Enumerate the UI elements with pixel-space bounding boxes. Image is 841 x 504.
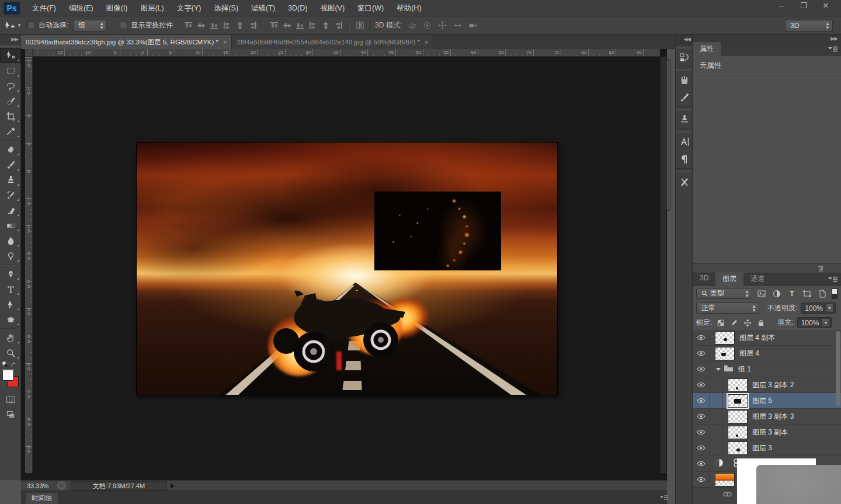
close-button[interactable]: ✕ [819, 1, 833, 10]
show-transform-checkbox[interactable] [120, 22, 127, 29]
layer-name[interactable]: 图层 4 [739, 349, 759, 359]
lock-pixels-icon[interactable] [729, 318, 739, 328]
dock-group-grip[interactable] [676, 168, 692, 173]
filter-smart-objects-icon[interactable] [816, 289, 828, 299]
eyedropper-tool[interactable] [0, 124, 21, 139]
shape-tool[interactable] [0, 312, 21, 327]
foreground-color-swatch[interactable] [2, 370, 13, 381]
3d-camera-icon[interactable] [466, 20, 479, 32]
layer-row-图层 5[interactable]: 图层 5 [693, 393, 841, 409]
3d-roll-icon[interactable] [420, 20, 433, 32]
paragraph-panel-icon[interactable] [676, 151, 693, 168]
distribute-left-icon[interactable] [306, 20, 319, 32]
auto-align-layers-icon[interactable] [353, 20, 366, 32]
menu-7[interactable]: 滤镜(T) [245, 0, 282, 16]
3d-slide-icon[interactable] [451, 20, 464, 32]
blend-mode-dropdown[interactable]: 正常▲▼ [696, 303, 759, 314]
layer-thumbnail[interactable] [728, 426, 748, 439]
filter-adjustment-layers-icon[interactable] [771, 289, 783, 299]
scrollbar-thumb[interactable] [666, 59, 670, 211]
history-brush-tool[interactable] [0, 187, 21, 203]
canvas-image[interactable] [137, 142, 557, 395]
tab-close-icon[interactable]: × [425, 39, 428, 46]
link-layers-icon[interactable] [723, 491, 732, 500]
layer-thumbnail[interactable] [728, 442, 748, 455]
swap-colors-icon[interactable] [0, 360, 20, 369]
distribute-hcenter-icon[interactable] [319, 20, 332, 32]
layer-name[interactable]: 图层 3 副本 2 [752, 380, 794, 390]
tool-presets-panel-icon[interactable] [676, 173, 693, 190]
dock-group-grip[interactable] [676, 44, 692, 49]
toolbar-collapse-icon[interactable]: ▶▶ [0, 35, 20, 44]
tab-close-icon[interactable]: × [223, 39, 227, 46]
minimize-button[interactable]: – [774, 1, 788, 10]
layer-name[interactable]: 图层 3 [752, 443, 772, 453]
menu-11[interactable]: 帮助(H) [390, 0, 428, 16]
gradient-tool[interactable] [0, 218, 21, 233]
clone-source-panel-icon[interactable] [676, 111, 693, 128]
lock-transparent-icon[interactable] [715, 318, 725, 328]
dodge-tool[interactable] [0, 248, 21, 263]
timeline-menu-icon[interactable] [660, 495, 668, 503]
layer-filter-dropdown[interactable]: 类型▲▼ [696, 288, 752, 299]
align-top-icon[interactable] [182, 20, 194, 32]
layer-thumbnail[interactable] [715, 331, 735, 345]
layer-row-图层 3[interactable]: 图层 3 [693, 440, 841, 456]
layer-thumbnail[interactable] [728, 378, 748, 392]
visibility-eye-icon[interactable] [693, 425, 710, 440]
layer-thumbnail[interactable] [715, 473, 735, 486]
lock-all-icon[interactable] [756, 318, 766, 328]
layer-row-组 1[interactable]: 组 1 [693, 362, 841, 377]
filter-pixel-layers-icon[interactable] [756, 289, 767, 299]
document-tab-1[interactable]: 002948adhabd38idcz38gh.jpg @ 33.3%(图层 5,… [21, 35, 232, 49]
path-selection-tool[interactable] [0, 297, 21, 312]
layer-name[interactable]: 图层 5 [752, 396, 772, 406]
move-tool[interactable] [0, 48, 21, 63]
opacity-field[interactable]: 100%▼ [801, 303, 836, 314]
layer-row-图层 4[interactable]: 图层 4 [693, 346, 841, 362]
layers-scrollbar-thumb[interactable] [836, 331, 840, 406]
zoom-tool[interactable] [0, 345, 21, 360]
workspace-switcher[interactable]: 3D▲▼ [785, 20, 833, 32]
clone-stamp-tool[interactable] [0, 172, 21, 187]
screen-mode-button[interactable] [0, 407, 21, 422]
document-tab-2[interactable]: 2f84a50b9840d8fe2554c864e502e140.jpg @ 5… [232, 35, 433, 49]
layer-name[interactable]: 组 1 [738, 364, 751, 374]
layer-name[interactable]: 图层 3 副本 3 [752, 412, 794, 422]
distribute-vcenter-icon[interactable] [280, 20, 293, 32]
layer-thumbnail[interactable] [728, 410, 748, 423]
dock-expand-icon[interactable]: ◀◀ [676, 35, 692, 44]
layer-row-图层 3 副本 3[interactable]: 图层 3 副本 3 [693, 409, 841, 425]
filter-shape-layers-icon[interactable] [801, 289, 813, 299]
zoom-level[interactable]: 33.33% [27, 482, 57, 489]
lock-position-icon[interactable] [742, 318, 752, 328]
menu-2[interactable]: 编辑(E) [62, 0, 100, 16]
visibility-eye-icon[interactable] [693, 330, 710, 346]
status-options-arrow[interactable] [171, 483, 175, 489]
brush-panel-icon[interactable] [676, 89, 693, 106]
filter-toggle-switch[interactable] [832, 289, 837, 299]
dock-group-grip[interactable] [676, 128, 692, 133]
auto-select-checkbox[interactable] [27, 22, 35, 29]
tab-图层[interactable]: 图层 [715, 272, 743, 286]
menu-8[interactable]: 3D(D) [282, 0, 314, 16]
tab-properties[interactable]: 属性 [693, 42, 721, 56]
blur-tool[interactable] [0, 233, 21, 248]
type-tool[interactable] [0, 281, 21, 297]
fill-field[interactable]: 100%▼ [797, 317, 832, 328]
menu-3[interactable]: 图像(I) [100, 0, 134, 16]
menu-10[interactable]: 窗口(W) [351, 0, 390, 16]
visibility-eye-icon[interactable] [693, 362, 710, 377]
canvas-vertical-scrollbar[interactable] [660, 57, 666, 473]
brush-presets-panel-icon[interactable] [676, 71, 693, 89]
brush-tool[interactable] [0, 157, 21, 172]
tab-3D[interactable]: 3D [693, 272, 715, 286]
align-vcenter-icon[interactable] [194, 20, 207, 32]
distribute-top-icon[interactable] [267, 20, 280, 32]
fill-arrow[interactable]: ▼ [822, 318, 829, 327]
visibility-eye-icon[interactable] [693, 472, 710, 488]
document-size-info[interactable]: 文档:7.93M/27.4M [71, 481, 167, 491]
group-expand-triangle[interactable] [716, 368, 721, 371]
distribute-right-icon[interactable] [332, 20, 345, 32]
layer-thumbnail[interactable] [728, 394, 748, 408]
